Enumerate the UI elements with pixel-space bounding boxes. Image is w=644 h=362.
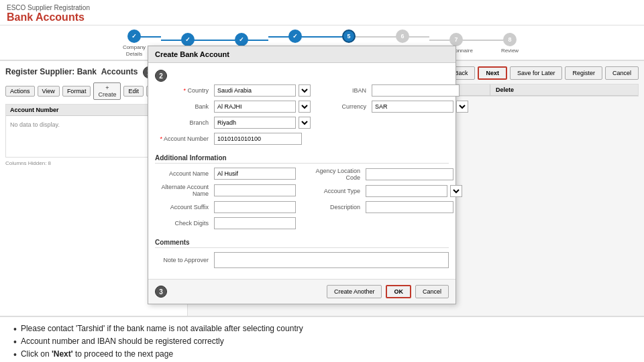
create-another-button[interactable]: Create Another xyxy=(327,285,382,298)
step-circle-3: ✓ xyxy=(235,33,248,46)
bank-select-arrow[interactable]: ▼ xyxy=(299,101,311,113)
comments-title: Comments xyxy=(155,239,449,248)
format-button[interactable]: Format xyxy=(62,86,91,97)
create-bank-account-modal: Create Bank Account 2 * Country ▼ xyxy=(148,46,456,304)
branch-label: Branch xyxy=(155,119,209,126)
bank-label: Bank xyxy=(155,103,209,110)
account-number-label: * Account Number xyxy=(155,135,209,142)
iban-input[interactable] xyxy=(372,84,460,97)
step-circle-7: 7 xyxy=(449,33,463,46)
bold-next: 'Next' xyxy=(52,349,73,359)
col-delete: Delete xyxy=(490,84,638,95)
iban-label: IBAN xyxy=(313,87,366,94)
wizard-step-8[interactable]: 8 Review xyxy=(483,33,537,54)
bullet-text-1: Please contact 'Tarshid' if the bank nam… xyxy=(21,324,303,333)
description-label: Description xyxy=(307,204,360,210)
step-label-1: CompanyDetails xyxy=(123,44,146,57)
view-button[interactable]: View xyxy=(38,86,60,97)
account-name-label: Account Name xyxy=(155,170,209,177)
description-row: Description xyxy=(307,201,453,213)
note-input[interactable] xyxy=(214,252,449,268)
bullet-dot-2: • xyxy=(13,337,17,347)
account-type-input[interactable] xyxy=(366,185,447,197)
save-for-later-button[interactable]: Save for Later xyxy=(510,66,563,80)
account-type-group: ▼ xyxy=(366,185,462,197)
account-suffix-label: Account Suffix xyxy=(155,204,209,210)
create-button[interactable]: + Create xyxy=(93,82,121,100)
bank-row: Bank ▼ xyxy=(155,101,302,113)
account-name-input[interactable] xyxy=(214,168,296,180)
modal-title: Create Bank Account xyxy=(148,46,455,63)
alternate-account-input[interactable] xyxy=(214,184,296,196)
bank-input[interactable] xyxy=(214,101,296,113)
badge-2: 2 xyxy=(155,70,167,82)
step-label-8: Review xyxy=(501,48,519,54)
currency-field-group: ▼ xyxy=(372,101,468,113)
account-type-select[interactable]: ▼ xyxy=(450,185,462,197)
account-suffix-row: Account Suffix xyxy=(155,201,296,213)
additional-info-section: Account Name Alternate Account Name Acco… xyxy=(155,168,449,233)
bullet-dot-1: • xyxy=(13,324,17,334)
country-section: * Country ▼ Bank ▼ Bra xyxy=(155,84,302,149)
country-field-group: ▼ xyxy=(214,84,311,97)
step-circle-1: ✓ xyxy=(127,29,141,43)
modal-cancel-button[interactable]: Cancel xyxy=(415,285,449,298)
alternate-account-label: Alternate Account Name xyxy=(155,184,209,197)
modal-body: 2 * Country ▼ Bank xyxy=(148,63,455,279)
bullet-3: • Click on 'Next' to proceed to the next… xyxy=(13,349,631,359)
ok-button[interactable]: OK xyxy=(386,285,411,298)
header: ESCO Supplier Registration Bank Accounts xyxy=(0,0,644,25)
agency-location-row: Agency Location Code xyxy=(307,168,453,181)
country-row: * Country ▼ xyxy=(155,84,302,97)
bullet-dot-3: • xyxy=(13,350,17,359)
currency-label: Currency xyxy=(313,103,366,110)
next-button[interactable]: Next xyxy=(478,66,507,80)
bullet-2: • Account number and IBAN should be regi… xyxy=(13,337,631,347)
cancel-button[interactable]: Cancel xyxy=(605,66,639,80)
step-circle-4: ✓ xyxy=(288,29,302,43)
currency-input[interactable] xyxy=(372,101,453,113)
modal-footer: 3 Create Another OK Cancel xyxy=(148,279,455,304)
account-suffix-input[interactable] xyxy=(214,201,296,213)
bullet-text-3: Click on 'Next' to proceed to the next p… xyxy=(21,349,173,359)
bank-field-group: ▼ xyxy=(214,101,311,113)
note-label: Note to Approver xyxy=(155,257,209,263)
agency-location-input[interactable] xyxy=(366,168,453,180)
account-type-row: Account Type ▼ xyxy=(307,185,453,197)
step-circle-5: 5 xyxy=(342,29,356,43)
country-input[interactable] xyxy=(214,84,296,97)
bullet-1: • Please contact 'Tarshid' if the bank n… xyxy=(13,324,631,334)
branch-select-arrow[interactable]: ▼ xyxy=(299,117,311,129)
register-button[interactable]: Register xyxy=(565,66,602,80)
step-circle-2: ✓ xyxy=(181,33,195,46)
check-digits-input[interactable] xyxy=(214,217,296,229)
branch-row: Branch ▼ xyxy=(155,117,302,129)
agency-location-label: Agency Location Code xyxy=(307,168,360,181)
branch-input[interactable] xyxy=(214,117,296,129)
app-title: ESCO Supplier Registration xyxy=(7,4,637,11)
account-number-input[interactable] xyxy=(214,133,302,145)
iban-currency-section: IBAN Currency ▼ xyxy=(313,84,460,149)
left-additional: Account Name Alternate Account Name Acco… xyxy=(155,168,296,233)
right-additional: Agency Location Code Account Type ▼ Desc… xyxy=(307,168,453,233)
check-digits-row: Check Digits xyxy=(155,217,296,229)
currency-select-arrow[interactable]: ▼ xyxy=(456,101,468,113)
step-circle-6: 6 xyxy=(396,29,409,43)
edit-button[interactable]: Edit xyxy=(123,86,144,97)
country-label: * Country xyxy=(155,87,209,94)
badge-3: 3 xyxy=(155,286,167,298)
page-title: Bank Accounts xyxy=(7,11,637,23)
account-number-row: * Account Number xyxy=(155,133,302,145)
country-select-arrow[interactable]: ▼ xyxy=(299,84,311,97)
additional-info-title: Additional Information xyxy=(155,154,449,164)
alternate-account-row: Alternate Account Name xyxy=(155,184,296,197)
branch-field-group: ▼ xyxy=(214,117,311,129)
bullet-text-2: Account number and IBAN should be regist… xyxy=(21,337,224,346)
step-circle-8: 8 xyxy=(503,33,517,46)
actions-button[interactable]: Actions xyxy=(5,86,35,97)
account-name-row: Account Name xyxy=(155,168,296,180)
bottom-section: • Please contact 'Tarshid' if the bank n… xyxy=(0,316,644,362)
country-iban-row: * Country ▼ Bank ▼ Bra xyxy=(155,84,449,149)
description-input[interactable] xyxy=(366,201,453,213)
currency-row: Currency ▼ xyxy=(313,101,460,113)
